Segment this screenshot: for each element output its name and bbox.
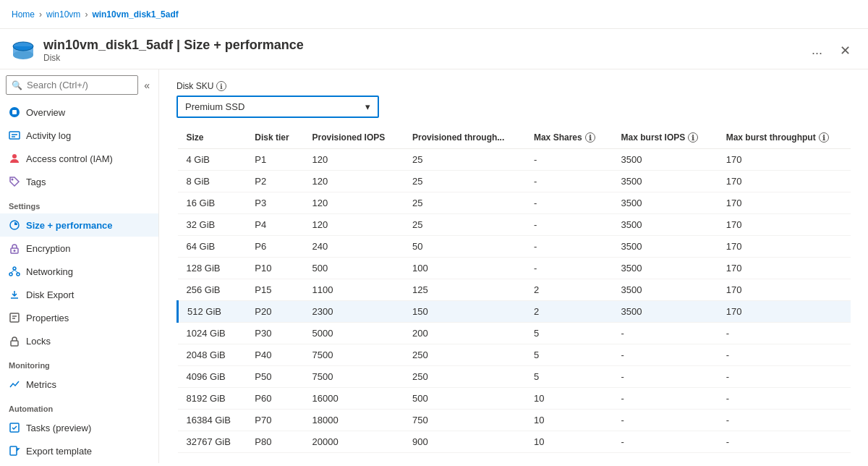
breadcrumb: Home › win10vm › win10vm_disk1_5adf (12, 9, 179, 20)
table-row[interactable]: 4096 GiB P50 7500 250 5 - - (178, 366, 851, 388)
cell-throughput: 25 (404, 214, 525, 236)
svg-point-2 (13, 51, 33, 59)
cell-burst-iops: - (613, 431, 718, 453)
th-provisioned-throughput: Provisioned through... (404, 127, 525, 149)
collapse-button[interactable]: « (141, 77, 153, 94)
svg-rect-6 (9, 132, 20, 139)
cell-max-shares: - (525, 236, 613, 258)
cell-size: 128 GiB (178, 258, 247, 279)
encryption-icon (9, 242, 20, 254)
cell-tier: P20 (246, 301, 303, 323)
sidebar-item-disk-export[interactable]: Disk Export (0, 283, 158, 306)
th-max-shares: Max Shares ℹ (525, 127, 613, 149)
sidebar-item-iam[interactable]: Access control (IAM) (0, 147, 158, 170)
cell-burst-throughput: 170 (718, 149, 851, 171)
svg-point-16 (17, 273, 20, 276)
cell-burst-throughput: 170 (718, 171, 851, 192)
sku-dropdown[interactable]: Premium SSD ▾ (176, 96, 379, 118)
table-row[interactable]: 8 GiB P2 120 25 - 3500 170 (178, 171, 851, 192)
sidebar-item-encryption[interactable]: Encryption (0, 237, 158, 260)
sidebar-item-metrics[interactable]: Metrics (0, 373, 158, 396)
search-input[interactable] (6, 75, 138, 95)
cell-burst-iops: - (613, 344, 718, 366)
sidebar-label-encryption: Encryption (26, 243, 70, 254)
table-row[interactable]: 16384 GiB P70 18000 750 10 - - (178, 410, 851, 431)
table-row[interactable]: 32767 GiB P80 20000 900 10 - - (178, 431, 851, 453)
cell-tier: P80 (246, 431, 303, 453)
cell-burst-throughput: - (718, 388, 851, 410)
sidebar-item-tags[interactable]: Tags (0, 170, 158, 193)
svg-point-9 (12, 154, 17, 158)
table-row[interactable]: 8192 GiB P60 16000 500 10 - - (178, 388, 851, 410)
table-row[interactable]: 2048 GiB P40 7500 250 5 - - (178, 344, 851, 366)
cell-throughput: 750 (404, 410, 525, 431)
cell-burst-iops: 3500 (613, 149, 718, 171)
table-row[interactable]: 4 GiB P1 120 25 - 3500 170 (178, 149, 851, 171)
cell-max-shares: 10 (525, 431, 613, 453)
cell-burst-throughput: - (718, 410, 851, 431)
section-automation: Automation (0, 399, 158, 416)
disk-sku-info-icon[interactable]: ℹ (216, 81, 226, 91)
export-template-icon (9, 445, 20, 457)
sidebar-item-overview[interactable]: Overview (0, 101, 158, 124)
properties-icon (9, 312, 20, 323)
th-size: Size (178, 127, 247, 149)
disk-sku-label: Disk SKU ℹ (176, 81, 851, 91)
table-row[interactable]: 512 GiB P20 2300 150 2 3500 170 (178, 301, 851, 323)
sidebar-label-iam: Access control (IAM) (26, 153, 113, 164)
close-button[interactable]: ✕ (834, 40, 856, 62)
header-actions: ... ✕ (806, 40, 856, 62)
cell-throughput: 125 (404, 279, 525, 301)
sidebar-item-tasks[interactable]: Tasks (preview) (0, 416, 158, 439)
table-row[interactable]: 128 GiB P10 500 100 - 3500 170 (178, 258, 851, 279)
table-row[interactable]: 32 GiB P4 120 25 - 3500 170 (178, 214, 851, 236)
cell-size: 32 GiB (178, 214, 247, 236)
cell-max-shares: - (525, 171, 613, 192)
section-monitoring: Monitoring (0, 355, 158, 373)
max-burst-iops-info-icon[interactable]: ℹ (688, 132, 698, 143)
cell-throughput: 150 (404, 301, 525, 323)
table-row[interactable]: 256 GiB P15 1100 125 2 3500 170 (178, 279, 851, 301)
cell-size: 16 GiB (178, 192, 247, 214)
sidebar-item-size-performance[interactable]: Size + performance (0, 213, 158, 237)
cell-tier: P1 (246, 149, 303, 171)
cell-size: 4096 GiB (178, 366, 247, 388)
cell-tier: P50 (246, 366, 303, 388)
cell-size: 1024 GiB (178, 323, 247, 344)
svg-point-14 (13, 267, 16, 270)
breadcrumb-disk[interactable]: win10vm_disk1_5adf (92, 9, 178, 20)
sidebar-item-export-template[interactable]: Export template (0, 439, 158, 462)
tasks-icon (9, 422, 20, 433)
cell-iops: 16000 (304, 388, 404, 410)
cell-tier: P10 (246, 258, 303, 279)
cell-iops: 120 (304, 192, 404, 214)
cell-throughput: 25 (404, 171, 525, 192)
cell-burst-iops: 3500 (613, 214, 718, 236)
cell-burst-throughput: - (718, 344, 851, 366)
sidebar-item-activity-log[interactable]: Activity log (0, 124, 158, 147)
table-row[interactable]: 64 GiB P6 240 50 - 3500 170 (178, 236, 851, 258)
cell-burst-iops: 3500 (613, 192, 718, 214)
cell-burst-throughput: 170 (718, 214, 851, 236)
cell-burst-throughput: - (718, 323, 851, 344)
sidebar-item-networking[interactable]: Networking (0, 260, 158, 283)
cell-throughput: 250 (404, 366, 525, 388)
svg-rect-5 (12, 110, 17, 114)
cell-tier: P6 (246, 236, 303, 258)
table-row[interactable]: 1024 GiB P30 5000 200 5 - - (178, 323, 851, 344)
cell-max-shares: 10 (525, 410, 613, 431)
cell-throughput: 250 (404, 344, 525, 366)
cell-burst-throughput: - (718, 366, 851, 388)
cell-throughput: 100 (404, 258, 525, 279)
ellipsis-button[interactable]: ... (806, 40, 828, 61)
cell-tier: P70 (246, 410, 303, 431)
sidebar-label-overview: Overview (26, 107, 65, 118)
table-row[interactable]: 16 GiB P3 120 25 - 3500 170 (178, 192, 851, 214)
layout: 🔍 « Overview Activity log Access control… (0, 69, 868, 463)
max-burst-throughput-info-icon[interactable]: ℹ (819, 132, 829, 143)
breadcrumb-home[interactable]: Home (12, 9, 35, 20)
max-shares-info-icon[interactable]: ℹ (585, 132, 595, 143)
breadcrumb-vm[interactable]: win10vm (46, 9, 80, 20)
sidebar-item-locks[interactable]: Locks (0, 329, 158, 352)
sidebar-item-properties[interactable]: Properties (0, 306, 158, 329)
